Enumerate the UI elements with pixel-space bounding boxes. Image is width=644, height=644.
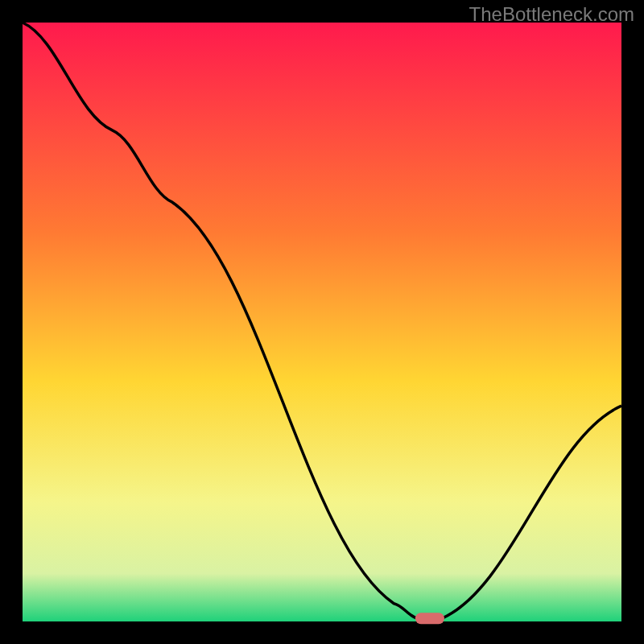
bottleneck-chart: TheBottleneck.com xyxy=(0,0,644,644)
gradient-background xyxy=(23,23,621,621)
optimal-marker xyxy=(415,613,444,624)
watermark-text: TheBottleneck.com xyxy=(469,3,634,26)
chart-svg xyxy=(0,0,644,644)
